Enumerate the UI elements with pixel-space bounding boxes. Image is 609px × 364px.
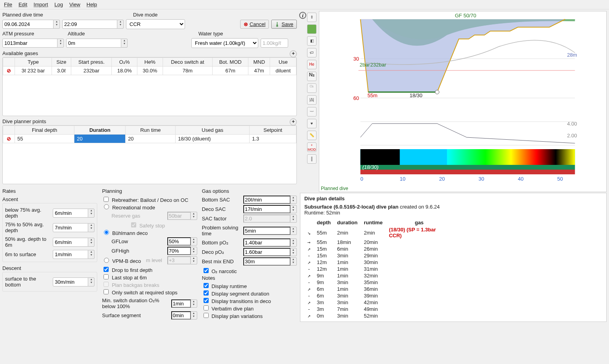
tool-n2-icon[interactable]: N₂ bbox=[307, 72, 317, 81]
bottom-po2-input[interactable] bbox=[243, 238, 291, 247]
altitude-input[interactable] bbox=[66, 39, 121, 48]
info-icon[interactable]: i bbox=[299, 12, 306, 19]
menu-import[interactable]: Import bbox=[33, 2, 48, 7]
best-mix-label: Best mix END bbox=[202, 258, 241, 265]
tool-ruler-icon[interactable]: 📏 bbox=[307, 131, 317, 140]
date-input[interactable] bbox=[2, 20, 54, 29]
svg-text:(18/30): (18/30) bbox=[363, 164, 379, 170]
disp-var-checkbox[interactable]: Display plan variations bbox=[202, 313, 263, 319]
last-stop-checkbox[interactable]: Last stop at 6m bbox=[102, 275, 147, 281]
dive-planner-table: Final depth Duration Run time Used gas S… bbox=[2, 125, 297, 184]
tool-o2-icon[interactable]: O₂ bbox=[307, 83, 317, 93]
add-point-button[interactable]: + bbox=[290, 118, 297, 126]
tool-scale-icon[interactable]: ⇕ bbox=[307, 13, 317, 22]
menu-file[interactable]: File bbox=[4, 2, 12, 7]
menu-log[interactable]: Log bbox=[54, 2, 63, 7]
plan-row: -6m3min39min bbox=[304, 292, 453, 299]
tool-ceiling-icon[interactable]: |Δ| bbox=[307, 95, 317, 105]
descent-label: surface to the bottom bbox=[5, 275, 50, 288]
tool-tags-icon[interactable]: 🏷 bbox=[307, 48, 317, 57]
svg-text:50: 50 bbox=[557, 176, 563, 182]
tool-photo-icon[interactable]: ◧ bbox=[307, 36, 317, 46]
bottom-sac-input[interactable] bbox=[243, 196, 291, 204]
gflow-label: GFLow bbox=[111, 238, 165, 245]
vpmb-level-input bbox=[167, 256, 191, 264]
add-gas-button[interactable]: + bbox=[290, 50, 297, 57]
descent-title: Descent bbox=[2, 264, 97, 272]
svg-rect-19 bbox=[447, 149, 575, 165]
menu-view[interactable]: View bbox=[69, 2, 80, 7]
ascent-input-2[interactable] bbox=[53, 223, 88, 232]
dive-mode-select[interactable]: CCR bbox=[126, 19, 185, 29]
plan-row: -15m3min29min bbox=[304, 252, 453, 259]
problem-input[interactable] bbox=[243, 227, 291, 235]
svg-text:2bar: 2bar bbox=[360, 62, 370, 68]
dive-profile-chart[interactable]: 30 60 2bar 232bar 55m 18/30 28m GF 50/70… bbox=[319, 11, 607, 192]
available-gases-table: Type Size Start press. O₂% He% Deco swit… bbox=[2, 57, 297, 116]
app-version: Subsurface (6.0.5165-2-local) dive plan bbox=[304, 204, 398, 210]
tool-tissue-icon[interactable] bbox=[307, 24, 317, 34]
deco-sac-label: Deco SAC bbox=[202, 205, 241, 213]
planned-dive-time-label: Planned dive time bbox=[2, 11, 65, 18]
menu-help[interactable]: Help bbox=[87, 2, 97, 7]
o2-narcotic-checkbox[interactable]: O₂ narcotic bbox=[202, 268, 237, 274]
reserve-gas-label: Reserve gas bbox=[111, 213, 140, 219]
vpmb-radio[interactable]: VPM-B deco bbox=[102, 257, 141, 264]
plan-row: -9m3min35min bbox=[304, 279, 453, 286]
disp-runtime-checkbox[interactable]: Display runtime bbox=[202, 283, 247, 289]
disp-segment-checkbox[interactable]: Display segment duration bbox=[202, 291, 269, 297]
table-header: Type Size Start press. O₂% He% Deco swit… bbox=[3, 58, 296, 67]
disp-trans-checkbox[interactable]: Display transitions in deco bbox=[202, 298, 271, 304]
deco-sac-input[interactable] bbox=[243, 205, 291, 213]
tool-he-icon[interactable]: He bbox=[307, 60, 317, 69]
trash-icon[interactable] bbox=[7, 136, 11, 142]
svg-text:55m: 55m bbox=[368, 92, 378, 98]
buhlmann-radio[interactable]: Bühlmann deco bbox=[102, 230, 148, 236]
tool-rate-icon[interactable]: 〰 bbox=[307, 107, 317, 116]
ascent-input-3[interactable] bbox=[53, 238, 88, 247]
descent-input[interactable] bbox=[53, 277, 88, 286]
only-switch-checkbox[interactable]: Only switch at required stops bbox=[102, 290, 178, 296]
date-spin[interactable]: ▴▾ bbox=[54, 20, 60, 29]
ascent-input-1[interactable] bbox=[53, 209, 88, 218]
svg-text:0: 0 bbox=[361, 176, 363, 182]
gfhigh-label: GFHigh bbox=[111, 247, 165, 255]
gfhigh-input[interactable] bbox=[167, 247, 191, 255]
planner-row[interactable]: 55 20 20 18/30 (diluent) 1.3 bbox=[3, 135, 296, 143]
tool-heart-icon[interactable]: ♥ bbox=[307, 119, 317, 128]
gas-row[interactable]: 3ℓ 232 bar 3.0ℓ 232bar 18.0% 30.0% 78m 6… bbox=[3, 67, 296, 75]
tool-mod-icon[interactable]: +MOD bbox=[307, 142, 317, 152]
drop-first-checkbox[interactable]: Drop to first depth bbox=[102, 267, 152, 273]
time-input[interactable] bbox=[62, 20, 117, 29]
plan-row: ↗3m3min42min bbox=[304, 299, 453, 306]
trash-icon[interactable] bbox=[7, 68, 11, 74]
water-type-select[interactable]: Fresh water (1.00kg/ℓ) bbox=[191, 38, 258, 48]
water-type-label: Water type bbox=[198, 30, 223, 37]
gflow-input[interactable] bbox=[167, 237, 191, 246]
atm-input[interactable] bbox=[2, 39, 57, 48]
ascent-input-4[interactable] bbox=[53, 250, 88, 259]
recreational-radio[interactable]: Recreational mode bbox=[102, 205, 155, 211]
tool-bar-icon[interactable]: ║ bbox=[307, 154, 317, 164]
time-spin[interactable]: ▴▾ bbox=[117, 20, 124, 29]
menu-edit[interactable]: Edit bbox=[19, 2, 27, 7]
bottom-sac-label: Bottom SAC bbox=[202, 196, 241, 203]
cancel-button[interactable]: ⊗Cancel bbox=[240, 20, 269, 29]
plan-row: ↗9m1min32min bbox=[304, 272, 453, 279]
deco-po2-input[interactable] bbox=[243, 248, 291, 256]
menu-bar: File Edit Import Log View Help bbox=[0, 0, 609, 9]
svg-text:2.00: 2.00 bbox=[567, 133, 577, 139]
surface-segment-input[interactable] bbox=[171, 311, 191, 320]
plan-row: →55m18min20min bbox=[304, 239, 453, 246]
save-button[interactable]: ⭳Save bbox=[271, 20, 297, 29]
rebreather-checkbox[interactable]: Rebreather: Bailout / Deco on OC bbox=[102, 197, 188, 203]
svg-text:40: 40 bbox=[518, 176, 524, 182]
svg-rect-20 bbox=[361, 165, 575, 170]
sac-factor-label: SAC factor bbox=[202, 215, 241, 222]
min-switch-input[interactable] bbox=[171, 299, 191, 308]
best-mix-input[interactable] bbox=[243, 257, 291, 266]
plan-row: ↘55m2min2min(18/30) (SP = 1.3bar CCR) bbox=[304, 226, 453, 239]
verbatim-checkbox[interactable]: Verbatim dive plan bbox=[202, 306, 254, 312]
notes-title: Notes bbox=[202, 274, 297, 282]
profile-caption: Planned dive bbox=[319, 186, 606, 191]
